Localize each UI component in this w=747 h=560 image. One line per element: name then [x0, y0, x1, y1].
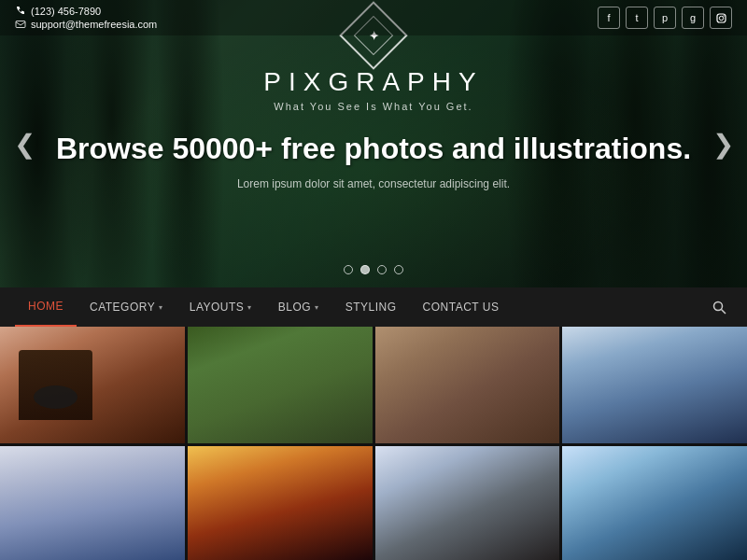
photo-grid — [0, 327, 747, 560]
site-title: PIXGRAPHY — [263, 67, 483, 97]
photo-dock-sunset — [188, 446, 373, 560]
social-icons-group: f t p g — [598, 7, 732, 29]
phone-info: (123) 456-7890 — [15, 6, 157, 17]
nav-item-layouts[interactable]: LAYOUTS ▾ — [176, 287, 265, 327]
photo-item-7[interactable] — [375, 446, 560, 560]
slide-dot-1[interactable] — [344, 265, 353, 274]
hero-section: ❮ ❯ ✦ PIXGRAPHY What You See Is What You… — [0, 0, 747, 287]
photo-item-5[interactable] — [0, 446, 185, 560]
photo-item-2[interactable] — [188, 327, 373, 443]
top-bar: (123) 456-7890 support@themefreesia.com … — [0, 0, 747, 35]
photo-ship-storm — [562, 327, 747, 443]
search-icon — [712, 301, 726, 315]
email-info: support@themefreesia.com — [15, 19, 157, 30]
contact-info: (123) 456-7890 support@themefreesia.com — [15, 6, 157, 30]
photo-eagle — [375, 446, 560, 560]
slide-indicators — [344, 265, 403, 274]
svg-point-4 — [713, 301, 722, 310]
photo-item-4[interactable] — [562, 327, 747, 443]
nav-item-styling[interactable]: STYLING — [332, 287, 410, 327]
nav-item-contact[interactable]: CONTACT US — [410, 287, 513, 327]
pinterest-icon[interactable]: p — [654, 7, 676, 29]
svg-rect-1 — [717, 14, 726, 22]
nav-item-category[interactable]: CATEGORY ▾ — [77, 287, 176, 327]
hero-description: Lorem ipsum dolor sit amet, consectetur … — [237, 177, 510, 190]
googleplus-icon[interactable]: g — [682, 7, 704, 29]
photo-camera-map — [375, 327, 560, 443]
hero-headline: Browse 50000+ free photos and illustrati… — [56, 131, 691, 166]
hero-content: ✦ PIXGRAPHY What You See Is What You Get… — [0, 0, 747, 287]
phone-icon — [15, 6, 26, 17]
svg-point-3 — [723, 15, 724, 16]
twitter-icon[interactable]: t — [626, 7, 648, 29]
email-icon — [15, 19, 26, 30]
slide-dot-2[interactable] — [360, 265, 370, 274]
slide-dot-3[interactable] — [377, 265, 387, 274]
photo-item-8[interactable] — [562, 446, 747, 560]
photo-item-3[interactable] — [375, 327, 560, 443]
blog-arrow-icon: ▾ — [315, 303, 319, 312]
layouts-arrow-icon: ▾ — [247, 303, 252, 312]
slide-dot-4[interactable] — [394, 265, 403, 274]
main-navigation: HOME CATEGORY ▾ LAYOUTS ▾ BLOG ▾ STYLING… — [0, 287, 747, 327]
photo-item-1[interactable] — [0, 327, 185, 443]
facebook-icon[interactable]: f — [598, 7, 620, 29]
category-arrow-icon: ▾ — [159, 303, 163, 312]
svg-line-5 — [721, 309, 726, 314]
search-button[interactable] — [706, 294, 732, 320]
site-tagline: What You See Is What You Get. — [274, 101, 472, 112]
photo-photographer — [0, 327, 185, 443]
nav-item-blog[interactable]: BLOG ▾ — [265, 287, 332, 327]
nav-item-home[interactable]: HOME — [15, 287, 77, 327]
svg-rect-0 — [16, 21, 25, 28]
instagram-svg — [716, 13, 726, 23]
photo-item-6[interactable] — [188, 446, 373, 560]
nav-items-group: HOME CATEGORY ▾ LAYOUTS ▾ BLOG ▾ STYLING… — [15, 287, 512, 327]
photo-sailing-ship — [562, 446, 747, 560]
svg-point-2 — [719, 16, 723, 20]
photo-sneakers — [188, 327, 373, 443]
instagram-icon[interactable] — [710, 7, 732, 29]
photo-girl-horizon — [0, 446, 185, 560]
